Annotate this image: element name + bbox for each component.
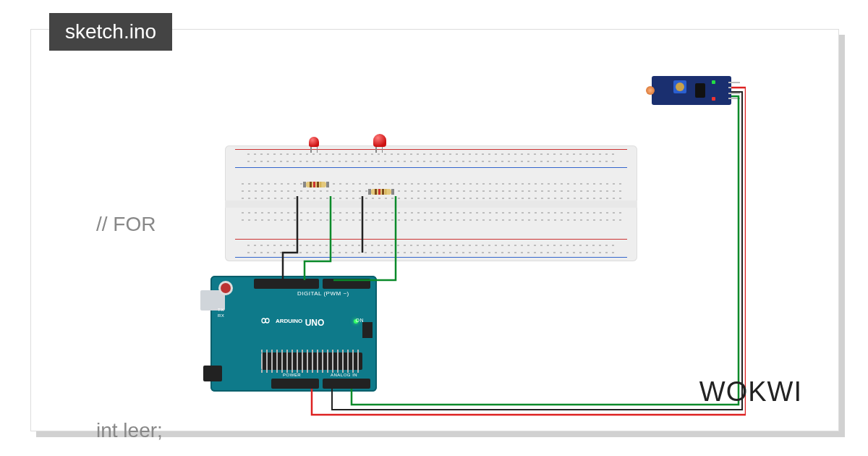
header-digital-left[interactable] [254, 279, 319, 289]
analog-label: ANALOG IN [331, 373, 357, 377]
led-2[interactable] [373, 134, 385, 150]
rx-label: RX [218, 313, 224, 318]
header-digital-right[interactable] [323, 279, 370, 289]
file-tab-label: sketch.ino [65, 20, 156, 43]
resistor-1[interactable] [303, 182, 329, 187]
resistor-2[interactable] [368, 189, 394, 195]
sensor-pins[interactable] [728, 82, 740, 99]
icsp-header [362, 322, 373, 338]
led-1[interactable] [308, 137, 320, 153]
atmega-chip-icon [261, 352, 362, 370]
preview-card: // FOR int leer; void setup() { // put y… [30, 29, 839, 431]
sensor-power-led-icon [712, 80, 715, 84]
power-jack-icon [203, 366, 222, 381]
ldr-sensor-module[interactable] [652, 76, 731, 105]
digital-label: DIGITAL (PWM ~) [297, 290, 349, 297]
circuit-canvas[interactable]: DIGITAL (PWM ~) ON TX RX POWER ANALOG IN… [225, 80, 746, 421]
file-tab[interactable]: sketch.ino [49, 13, 172, 51]
wokwi-logo: WOKWI [699, 376, 802, 408]
ldr-icon [646, 86, 655, 95]
arduino-logo-icon [258, 316, 273, 325]
uno-label: ARDUINO UNO [276, 318, 324, 328]
sensor-out-led-icon [712, 97, 715, 101]
tx-label: TX [218, 308, 224, 312]
comparator-chip-icon [695, 83, 705, 98]
on-label: ON [356, 318, 365, 323]
power-label: POWER [283, 373, 301, 377]
potentiometer-icon[interactable] [673, 80, 686, 93]
header-power[interactable] [271, 379, 319, 389]
arduino-uno[interactable]: DIGITAL (PWM ~) ON TX RX POWER ANALOG IN… [210, 276, 377, 392]
breadboard[interactable] [225, 145, 637, 261]
header-analog[interactable] [323, 379, 370, 389]
reset-button[interactable] [221, 283, 231, 293]
